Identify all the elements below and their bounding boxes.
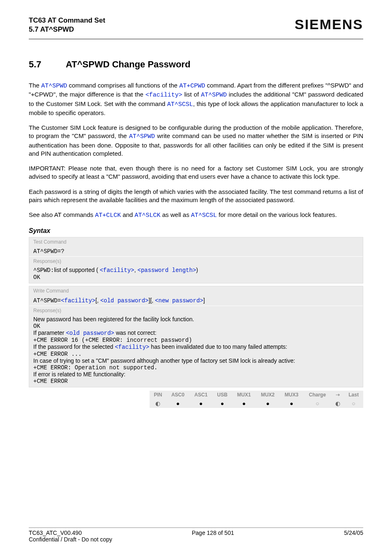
link-at-scsl[interactable]: AT^SCSL xyxy=(167,101,193,108)
write-command-cmd: AT^SPWD=<facility>[, <old password>][, <… xyxy=(29,295,363,306)
footer-divider xyxy=(29,527,363,528)
paragraph-2: The Customer SIM Lock feature is designe… xyxy=(29,124,363,158)
link-at-clck[interactable]: AT+CLCK xyxy=(95,212,121,219)
test-response-body: ^SPWD:list of supported ( <facility>, <p… xyxy=(29,266,363,283)
attr-v-pin: ◐ xyxy=(150,399,166,408)
link-facility-3[interactable]: <facility> xyxy=(61,297,95,304)
attr-header-row: PIN ASC0 ASC1 USB MUX1 MUX2 MUX3 Charge … xyxy=(150,391,363,399)
page-header: TC63 AT Command Set 5.7 AT^SPWD SIEMENS xyxy=(29,16,363,34)
header-divider xyxy=(29,39,363,39)
section-heading: 5.7AT^SPWD Change Password xyxy=(29,59,363,70)
paragraph-1: The AT^SPWD command comprises all functi… xyxy=(29,81,363,117)
link-at-scsl-2[interactable]: AT^SCSL xyxy=(191,212,217,219)
paragraph-3: IMPORTANT: Please note that, even though… xyxy=(29,164,363,181)
attr-h-asc0: ASC0 xyxy=(166,391,189,399)
link-password-length[interactable]: <password length> xyxy=(138,267,196,274)
paragraph-4: Each password is a string of digits the … xyxy=(29,188,363,205)
test-command-block: Test Command AT^SPWD=? Response(s) ^SPWD… xyxy=(29,237,363,283)
write-command-block: Write Command AT^SPWD=<facility>[, <old … xyxy=(29,286,363,387)
attribute-table: PIN ASC0 ASC1 USB MUX1 MUX2 MUX3 Charge … xyxy=(150,391,363,408)
link-facility-4[interactable]: <facility> xyxy=(115,344,149,350)
attr-v-mux2: ● xyxy=(256,399,280,408)
syntax-heading: Syntax xyxy=(29,227,363,235)
header-left: TC63 AT Command Set 5.7 AT^SPWD xyxy=(29,16,105,34)
footer-left: TC63_ATC_V00.490 xyxy=(29,530,82,536)
section-title: AT^SPWD Change Password xyxy=(66,59,190,69)
link-facility-2[interactable]: <facility> xyxy=(100,267,134,274)
link-old-password[interactable]: <old password> xyxy=(100,297,149,304)
attr-v-usb: ● xyxy=(212,399,232,408)
doc-title: TC63 AT Command Set xyxy=(29,16,105,25)
page-footer: TC63_ATC_V00.490 Page 128 of 501 5/24/05… xyxy=(29,527,363,543)
link-at-spwd-3[interactable]: AT^SPWD xyxy=(129,133,155,140)
paragraph-5: See also AT commands AT+CLCK and AT^SLCK… xyxy=(29,211,363,220)
attr-h-usb: USB xyxy=(212,391,232,399)
attr-v-mux1: ● xyxy=(232,399,256,408)
attr-h-asc1: ASC1 xyxy=(189,391,212,399)
link-at-spwd[interactable]: AT^SPWD xyxy=(41,83,67,90)
link-at-spwd-2[interactable]: AT^SPWD xyxy=(201,92,227,99)
attr-value-row: ◐ ● ● ● ● ● ● ○ ◐ ○ xyxy=(150,399,363,408)
footer-confidential: Confidential / Draft - Do not copy xyxy=(29,536,363,543)
link-new-password[interactable]: <new password> xyxy=(155,297,203,304)
attr-v-arrow: ◐ xyxy=(332,399,344,408)
attr-h-mux3: MUX3 xyxy=(280,391,304,399)
attr-h-mux2: MUX2 xyxy=(256,391,280,399)
link-at-slck[interactable]: AT^SLCK xyxy=(135,212,161,219)
attr-h-arrow: ➝ xyxy=(332,391,344,399)
write-response-body: New password has been registered for the… xyxy=(29,315,363,387)
test-command-label: Test Command xyxy=(29,237,363,246)
attr-v-charge: ○ xyxy=(303,399,331,408)
link-facility[interactable]: <facility> xyxy=(145,92,182,99)
link-at-cpwd[interactable]: AT+CPWD xyxy=(179,83,205,90)
test-command-cmd: AT^SPWD=? xyxy=(29,246,363,256)
write-response-label: Response(s) xyxy=(29,306,363,315)
attr-h-mux1: MUX1 xyxy=(232,391,256,399)
footer-center: Page 128 of 501 xyxy=(192,530,234,536)
footer-right: 5/24/05 xyxy=(344,530,363,536)
section-number: 5.7 xyxy=(29,59,66,70)
brand-logo: SIEMENS xyxy=(295,16,363,32)
attr-h-pin: PIN xyxy=(150,391,166,399)
attr-h-last: Last xyxy=(344,391,363,399)
attr-v-mux3: ● xyxy=(280,399,304,408)
write-command-label: Write Command xyxy=(29,286,363,295)
attr-h-charge: Charge xyxy=(303,391,331,399)
attr-v-asc0: ● xyxy=(166,399,189,408)
attr-v-asc1: ● xyxy=(189,399,212,408)
attr-v-last: ○ xyxy=(344,399,363,408)
doc-section-ref: 5.7 AT^SPWD xyxy=(29,25,105,34)
link-old-password-2[interactable]: <old password> xyxy=(66,330,114,336)
test-response-label: Response(s) xyxy=(29,257,363,266)
